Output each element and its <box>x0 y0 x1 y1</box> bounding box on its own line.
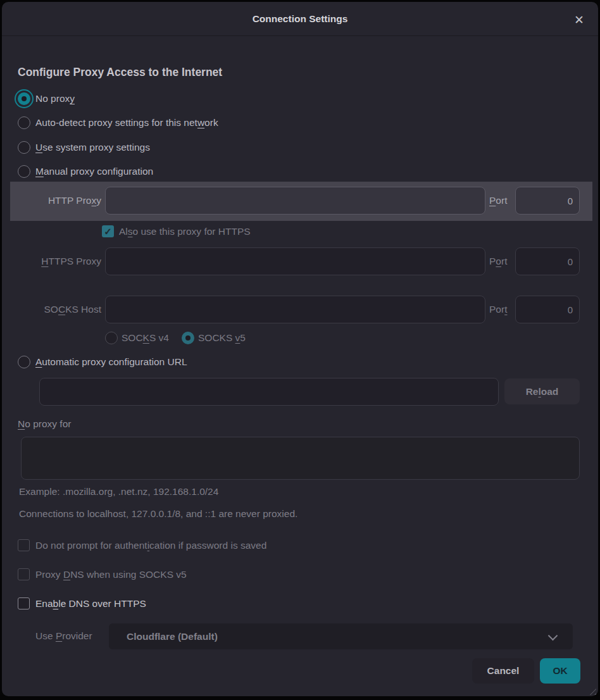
radio-auto-detect-label[interactable]: Auto-detect proxy settings for this netw… <box>35 117 218 128</box>
close-icon[interactable]: ✕ <box>570 11 588 29</box>
dialog-titlebar: Connection Settings ✕ <box>2 2 598 36</box>
no-proxy-for-label: No proxy for <box>18 418 71 430</box>
http-proxy-input[interactable] <box>105 187 485 215</box>
radio-manual-proxy[interactable] <box>18 165 30 178</box>
proxy-dns-socks5-label[interactable]: Proxy DNS when using SOCKS v5 <box>35 569 187 580</box>
checkmark-icon: ✓ <box>104 226 112 237</box>
use-provider-label: Use Provider <box>35 630 92 642</box>
https-port-input[interactable] <box>515 247 580 275</box>
https-port-label: Port <box>489 256 507 267</box>
cancel-button[interactable]: Cancel <box>472 658 534 684</box>
http-port-input[interactable] <box>515 187 580 215</box>
enable-doh-label[interactable]: Enable DNS over HTTPS <box>35 598 146 609</box>
socks-port-input[interactable] <box>515 296 580 323</box>
socks-host-input[interactable] <box>105 296 485 323</box>
radio-socks-v5[interactable] <box>182 332 194 344</box>
doh-provider-value: Cloudflare (Default) <box>127 623 218 649</box>
radio-manual-proxy-label[interactable]: Manual proxy configuration <box>35 166 153 177</box>
https-proxy-label: HTTPS Proxy <box>18 256 101 267</box>
socks-host-label: SOCKS Host <box>18 304 101 315</box>
https-proxy-input[interactable] <box>105 247 485 275</box>
no-proxy-for-textarea[interactable] <box>21 437 580 480</box>
enable-doh-checkbox[interactable] <box>18 597 30 609</box>
dialog-title: Connection Settings <box>2 2 598 36</box>
no-proxy-example-hint: Example: .mozilla.org, .net.nz, 192.168.… <box>19 486 218 497</box>
radio-autoconfig-url[interactable] <box>18 356 30 368</box>
radio-autoconfig-url-label[interactable]: Automatic proxy configuration URL <box>35 356 187 368</box>
ok-button[interactable]: OK <box>540 658 580 684</box>
chevron-down-icon <box>549 632 556 639</box>
http-port-label: Port <box>489 195 507 206</box>
proxy-dns-socks5-checkbox[interactable] <box>18 568 30 580</box>
radio-auto-detect[interactable] <box>18 116 30 129</box>
reload-button[interactable]: Reload <box>504 378 580 404</box>
radio-no-proxy[interactable] <box>18 92 30 105</box>
radio-no-proxy-label[interactable]: No proxy <box>35 93 75 104</box>
http-proxy-label: HTTP Proxy <box>18 195 101 206</box>
connection-settings-dialog <box>2 2 598 696</box>
socks-port-label: Port <box>489 304 507 315</box>
no-auth-prompt-checkbox[interactable] <box>18 539 30 551</box>
also-https-checkbox[interactable]: ✓ <box>102 225 114 237</box>
localhost-never-proxied-hint: Connections to localhost, 127.0.0.1/8, a… <box>19 508 297 520</box>
page-title: Configure Proxy Access to the Internet <box>18 66 222 79</box>
radio-system-proxy-label[interactable]: Use system proxy settings <box>35 142 150 153</box>
autoconfig-url-input[interactable] <box>39 378 499 406</box>
radio-socks-v4-label[interactable]: SOCKS v4 <box>122 332 169 344</box>
connection-settings-screen: Connection Settings ✕ Configure Proxy Ac… <box>0 0 600 700</box>
radio-socks-v4[interactable] <box>105 332 118 344</box>
no-auth-prompt-label[interactable]: Do not prompt for authentication if pass… <box>35 540 266 551</box>
radio-system-proxy[interactable] <box>18 141 30 154</box>
radio-socks-v5-label[interactable]: SOCKS v5 <box>198 332 246 344</box>
doh-provider-select[interactable]: Cloudflare (Default) <box>109 623 573 649</box>
also-https-label[interactable]: Also use this proxy for HTTPS <box>119 226 251 237</box>
